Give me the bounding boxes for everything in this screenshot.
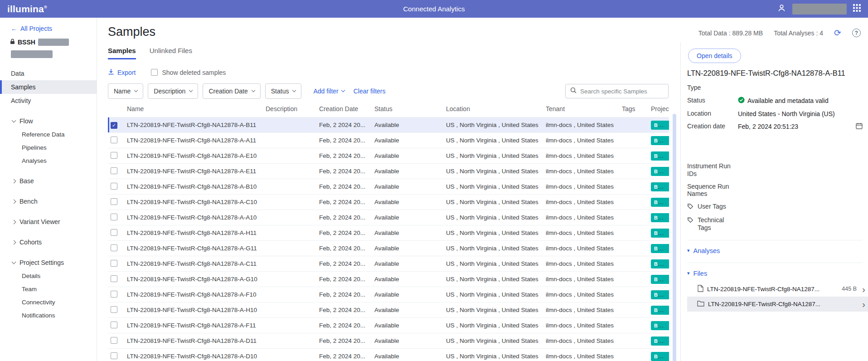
cell-name: LTN-220819-NFE-TwistR-Cfg8-NA12878-A-F10 [123, 287, 262, 302]
filter-creation-date-button[interactable]: Creation Date [203, 83, 260, 99]
table-row[interactable]: LTN-220819-NFE-TwistR-Cfg8-NA12878-A-G10… [108, 272, 669, 287]
cell-tags [618, 333, 647, 349]
sidebar-item-data[interactable]: Data [0, 67, 97, 80]
table-row[interactable]: LTN-220819-NFE-TwistR-Cfg8-NA12878-A-H11… [108, 225, 669, 241]
table-row[interactable]: LTN-220819-NFE-TwistR-Cfg8-NA12878-A-H10… [108, 302, 669, 318]
sidebar-section-base[interactable]: Base [0, 174, 97, 188]
lock-icon [10, 39, 15, 46]
table-row[interactable]: LTN-220819-NFE-TwistR-Cfg8-NA12878-A-F10… [108, 287, 669, 302]
table-row[interactable]: LTN-220819-NFE-TwistR-Cfg8-NA12878-A-D11… [108, 333, 669, 349]
cell-tenant: ilmn-docs , United States [542, 195, 618, 210]
sidebar-item-activity[interactable]: Activity [0, 94, 97, 107]
table-row[interactable]: LTN-220819-NFE-TwistR-Cfg8-NA12878-A-F11… [108, 318, 669, 333]
cell-location: US , North Virginia , United States [442, 195, 542, 210]
file-list-item[interactable]: LTN-220819-NFE-TwistR-Cfg8-NA1287...445 … [687, 282, 868, 297]
sidebar-item-notifications[interactable]: Notifications [0, 309, 97, 322]
cell-creation-date: Feb, 2 2024 20... [315, 133, 371, 148]
column-header-tags[interactable]: Tags [618, 102, 647, 117]
table-row[interactable]: LTN-220819-NFE-TwistR-Cfg8-NA12878-A-B10… [108, 179, 669, 195]
cell-tags [618, 133, 647, 148]
illumina-logo[interactable]: illumina® [7, 4, 47, 15]
open-details-button[interactable]: Open details [688, 49, 741, 63]
column-header-project[interactable]: Project [647, 102, 669, 117]
select-column-header [108, 102, 123, 117]
table-row[interactable]: LTN-220819-NFE-TwistR-Cfg8-NA12878-A-C10… [108, 195, 669, 210]
files-section-toggle[interactable]: ▾ Files [687, 270, 863, 277]
sidebar-item-team[interactable]: Team [0, 283, 97, 296]
filter-description-button[interactable]: Description [148, 83, 198, 99]
tab-samples[interactable]: Samples [108, 47, 136, 59]
row-checkbox[interactable] [111, 183, 117, 190]
row-checkbox[interactable] [111, 167, 117, 174]
filter-name-button[interactable]: Name [108, 83, 143, 99]
sidebar-section-cohorts[interactable]: Cohorts [0, 235, 97, 249]
cell-description [262, 195, 315, 210]
row-checkbox[interactable] [111, 244, 117, 251]
row-checkbox[interactable] [111, 352, 117, 359]
chevron-down-icon [341, 88, 344, 92]
analyses-section-toggle[interactable]: ▾ Analyses [687, 247, 863, 254]
row-checkbox[interactable] [111, 306, 117, 313]
row-checkbox[interactable]: ✓ [111, 122, 117, 129]
sidebar-item-analyses[interactable]: Analyses [0, 154, 97, 167]
apps-grid-icon[interactable] [853, 4, 861, 14]
row-checkbox[interactable] [111, 322, 117, 328]
table-row[interactable]: LTN-220819-NFE-TwistR-Cfg8-NA12878-A-E11… [108, 164, 669, 179]
row-checkbox[interactable] [111, 137, 117, 143]
cell-name: LTN-220819-NFE-TwistR-Cfg8-NA12878-A-D10 [123, 349, 262, 361]
search-input[interactable] [580, 88, 664, 95]
row-checkbox[interactable] [111, 198, 117, 205]
refresh-icon[interactable]: ⟳ [834, 29, 841, 37]
column-header-location[interactable]: Location [442, 102, 542, 117]
add-filter-button[interactable]: Add filter [313, 88, 344, 95]
sidebar-item-reference-data[interactable]: Reference Data [0, 128, 97, 141]
tab-unlinked-files[interactable]: Unlinked Files [150, 47, 192, 59]
table-scrollbar[interactable] [673, 114, 676, 361]
column-header-description[interactable]: Description [262, 102, 315, 117]
table-row[interactable]: LTN-220819-NFE-TwistR-Cfg8-NA12878-A-G11… [108, 241, 669, 256]
column-header-tenant[interactable]: Tenant [542, 102, 618, 117]
cell-description [262, 164, 315, 179]
sidebar-section-bench[interactable]: Bench [0, 195, 97, 208]
sidebar-item-details[interactable]: Details [0, 269, 97, 283]
row-checkbox[interactable] [111, 260, 117, 267]
cell-description [262, 333, 315, 349]
sidebar-section-project-settings[interactable]: Project Settings [0, 256, 97, 269]
sidebar-item-samples[interactable]: Samples [0, 80, 97, 94]
row-checkbox[interactable] [111, 337, 117, 344]
export-button[interactable]: Export [108, 68, 136, 76]
cell-name: LTN-220819-NFE-TwistR-Cfg8-NA12878-A-A10 [123, 210, 262, 225]
filter-status-button[interactable]: Status [265, 83, 302, 99]
sidebar-section-variant-viewer[interactable]: Variant Viewer [0, 215, 97, 229]
user-icon[interactable] [777, 4, 786, 14]
row-checkbox[interactable] [111, 291, 117, 298]
table-row[interactable]: LTN-220819-NFE-TwistR-Cfg8-NA12878-A-D10… [108, 349, 669, 361]
sidebar-item-pipelines[interactable]: Pipelines [0, 141, 97, 154]
cell-tenant: ilmn-docs , United States [542, 302, 618, 318]
all-projects-back-link[interactable]: ← All Projects [0, 24, 97, 38]
cell-status: Available [371, 287, 442, 302]
sidebar-item-connectivity[interactable]: Connectivity [0, 296, 97, 309]
column-header-creation-date[interactable]: Creation Date [315, 102, 371, 117]
sidebar-section-flow[interactable]: Flow [0, 114, 97, 128]
table-row[interactable]: LTN-220819-NFE-TwistR-Cfg8-NA12878-A-A11… [108, 133, 669, 148]
row-checkbox[interactable] [111, 214, 117, 220]
row-checkbox[interactable] [111, 152, 117, 159]
row-checkbox[interactable] [111, 229, 117, 236]
project-badge: BSSH [651, 290, 669, 299]
cell-tags [618, 302, 647, 318]
table-row[interactable]: LTN-220819-NFE-TwistR-Cfg8-NA12878-A-A10… [108, 210, 669, 225]
calendar-icon[interactable] [856, 122, 863, 131]
table-row[interactable]: LTN-220819-NFE-TwistR-Cfg8-NA12878-A-C11… [108, 256, 669, 272]
clear-filters-button[interactable]: Clear filters [354, 88, 386, 95]
cell-project: BSSH [647, 272, 669, 287]
total-analyses-label: Total Analyses : 4 [774, 29, 823, 37]
show-deleted-checkbox[interactable]: Show deleted samples [151, 69, 226, 76]
help-icon[interactable]: ? [852, 29, 861, 37]
row-checkbox[interactable] [111, 275, 117, 282]
column-header-status[interactable]: Status [371, 102, 442, 117]
table-row[interactable]: ✓LTN-220819-NFE-TwistR-Cfg8-NA12878-A-B1… [108, 117, 669, 133]
table-row[interactable]: LTN-220819-NFE-TwistR-Cfg8-NA12878-A-E10… [108, 148, 669, 164]
column-header-name[interactable]: Name [123, 102, 262, 117]
folder-list-item[interactable]: LTN-220819-NFE-TwistR-Cfg8-NA1287...› [687, 297, 868, 312]
